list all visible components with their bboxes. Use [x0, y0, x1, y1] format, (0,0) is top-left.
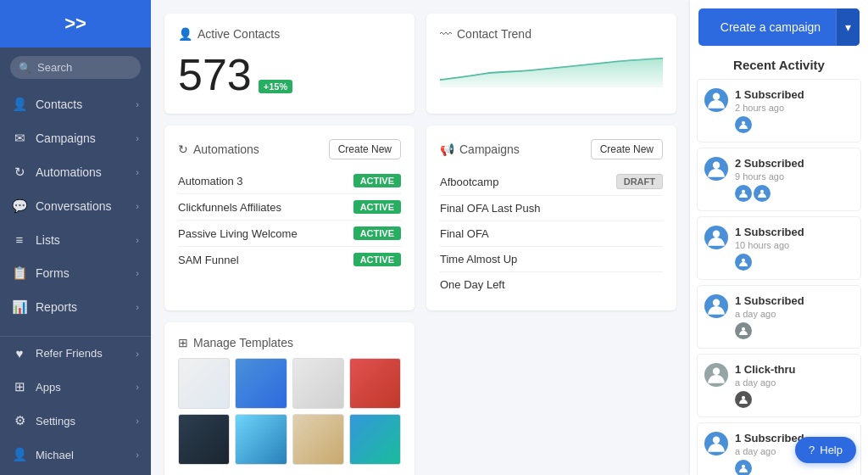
- contacts-badge: +15%: [259, 80, 292, 93]
- campaigns-card: 📢 Campaigns Create New Afbootcamp DRAFT …: [426, 126, 676, 310]
- search-container: 🔍: [0, 48, 151, 87]
- person-icon: 👤: [178, 27, 192, 41]
- svg-point-12: [742, 465, 745, 468]
- campaigns-list: Afbootcamp DRAFT Final OFA Last Push Fin…: [440, 168, 663, 297]
- status-badge: ACTIVE: [353, 174, 401, 187]
- avatar: [735, 116, 752, 133]
- activity-type-icon: [704, 363, 728, 387]
- dropdown-arrow-icon[interactable]: ▾: [836, 8, 860, 46]
- conversations-icon: 💬: [12, 198, 27, 214]
- campaigns-title: 📢 Campaigns: [440, 142, 520, 156]
- active-contacts-header: 👤 Active Contacts: [178, 27, 401, 41]
- contact-trend-card: 〰 Contact Trend: [426, 14, 676, 114]
- trend-chart: [440, 49, 663, 87]
- chevron-right-icon: ›: [136, 349, 139, 359]
- create-campaign-button[interactable]: Create a campaign ▾: [698, 8, 860, 46]
- chevron-right-icon: ›: [136, 268, 139, 278]
- sidebar-logo[interactable]: >>: [0, 0, 151, 48]
- sidebar-item-conversations[interactable]: 💬 Conversations ›: [0, 189, 151, 223]
- svg-point-2: [713, 162, 720, 169]
- chevron-right-icon: ›: [136, 201, 139, 211]
- automation-item[interactable]: Automation 3 ACTIVE: [178, 168, 401, 194]
- sidebar-item-contacts[interactable]: 👤 Contacts ›: [0, 87, 151, 121]
- chevron-right-icon: ›: [136, 167, 139, 177]
- avatar: [754, 185, 771, 202]
- sidebar-item-refer[interactable]: ♥ Refer Friends ›: [0, 337, 151, 370]
- lists-icon: ≡: [12, 232, 27, 247]
- sidebar-footer: ♥ Refer Friends › ⊞ Apps › ⚙ Settings › …: [0, 336, 151, 475]
- avatar: [735, 460, 752, 475]
- chevron-right-icon: ›: [136, 235, 139, 245]
- sidebar-item-reports[interactable]: 📊 Reports ›: [0, 290, 151, 324]
- activity-avatars: [735, 322, 854, 339]
- campaigns-create-button[interactable]: Create New: [591, 139, 663, 159]
- user-avatar-icon: 👤: [12, 447, 27, 462]
- activity-item[interactable]: 2 Subscribed 9 hours ago: [697, 148, 861, 211]
- avatar: [735, 254, 752, 271]
- sidebar-item-apps[interactable]: ⊞ Apps ›: [0, 370, 151, 404]
- activity-info: 1 Subscribed a day ago: [735, 294, 854, 339]
- svg-point-5: [713, 231, 720, 238]
- automations-create-button[interactable]: Create New: [329, 139, 401, 159]
- activity-item[interactable]: 1 Subscribed 10 hours ago: [697, 216, 861, 280]
- template-thumb[interactable]: [349, 358, 401, 409]
- sidebar-item-campaigns[interactable]: ✉ Campaigns ›: [0, 121, 151, 155]
- avatar: [735, 391, 752, 408]
- svg-point-10: [742, 396, 745, 400]
- chevron-right-icon: ›: [136, 382, 139, 392]
- active-contacts-title: 👤 Active Contacts: [178, 27, 280, 41]
- contact-trend-header: 〰 Contact Trend: [440, 27, 663, 41]
- svg-point-7: [713, 299, 720, 306]
- megaphone-icon: 📢: [440, 142, 454, 156]
- heart-icon: ♥: [12, 346, 27, 360]
- activity-item[interactable]: 1 Subscribed a day ago: [697, 285, 861, 349]
- template-thumb[interactable]: [349, 414, 401, 465]
- status-badge: ACTIVE: [353, 253, 401, 266]
- template-thumb[interactable]: [292, 358, 344, 409]
- automations-icon: ↻: [178, 142, 188, 156]
- template-thumb[interactable]: [292, 414, 344, 465]
- activity-type-icon: [704, 432, 728, 455]
- template-thumb[interactable]: [235, 358, 287, 409]
- campaigns-header: 📢 Campaigns Create New: [440, 139, 663, 159]
- svg-point-6: [742, 259, 745, 262]
- automation-item[interactable]: SAM Funnel ACTIVE: [178, 247, 401, 272]
- recent-activity-title: Recent Activity: [690, 46, 868, 79]
- sidebar-item-lists[interactable]: ≡ Lists ›: [0, 223, 151, 256]
- question-icon: ?: [809, 444, 815, 456]
- campaign-item[interactable]: One Day Left: [440, 272, 663, 297]
- template-thumb[interactable]: [178, 414, 230, 465]
- apps-icon: ⊞: [12, 379, 27, 394]
- activity-type-icon: [704, 226, 728, 249]
- logo-icon: >>: [64, 13, 86, 35]
- chevron-right-icon: ›: [136, 133, 139, 143]
- sidebar-item-settings[interactable]: ⚙ Settings ›: [0, 404, 151, 438]
- activity-info: 1 Subscribed 10 hours ago: [735, 226, 854, 271]
- automation-item[interactable]: Clickfunnels Affiliates ACTIVE: [178, 194, 401, 221]
- status-badge: ACTIVE: [353, 200, 401, 214]
- templates-header: ⊞ Manage Templates: [178, 336, 401, 349]
- campaign-item[interactable]: Time Almost Up: [440, 247, 663, 272]
- activity-item[interactable]: 1 Subscribed 2 hours ago: [697, 79, 861, 142]
- campaign-item[interactable]: Afbootcamp DRAFT: [440, 168, 663, 196]
- svg-point-9: [713, 368, 720, 375]
- svg-point-0: [713, 93, 720, 100]
- campaign-item[interactable]: Final OFA: [440, 221, 663, 247]
- svg-point-4: [760, 190, 764, 193]
- status-badge: ACTIVE: [353, 226, 401, 240]
- activity-avatars: [735, 254, 854, 271]
- chevron-right-icon: ›: [136, 450, 139, 460]
- template-thumb[interactable]: [235, 414, 287, 465]
- sidebar-item-user[interactable]: 👤 Michael ›: [0, 438, 151, 472]
- template-thumb[interactable]: [178, 358, 230, 409]
- help-button[interactable]: ? Help: [795, 437, 856, 463]
- campaign-item[interactable]: Final OFA Last Push: [440, 196, 663, 221]
- sidebar-item-automations[interactable]: ↻ Automations ›: [0, 155, 151, 189]
- chevron-right-icon: ›: [136, 416, 139, 426]
- automation-item[interactable]: Passive Living Welcome ACTIVE: [178, 221, 401, 247]
- activity-item[interactable]: 1 Click-thru a day ago: [697, 354, 861, 417]
- right-panel: Create a campaign ▾ Recent Activity 1 Su…: [690, 0, 868, 475]
- automations-header: ↻ Automations Create New: [178, 139, 401, 159]
- reports-icon: 📊: [12, 299, 27, 315]
- sidebar-item-forms[interactable]: 📋 Forms ›: [0, 256, 151, 290]
